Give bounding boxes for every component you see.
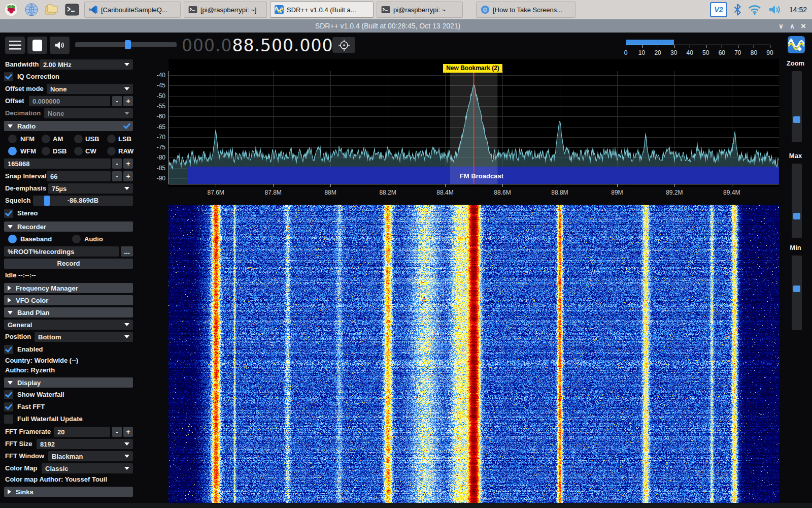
record-button[interactable]: Record	[4, 259, 133, 269]
display-section-header[interactable]: Display	[4, 377, 133, 388]
minimize-button[interactable]: ∨	[775, 21, 787, 31]
fft-spectrum-plot[interactable]	[168, 59, 779, 187]
vfo-bandwidth-input[interactable]: 165868	[4, 158, 111, 169]
show-waterfall-label: Show Waterfall	[17, 390, 64, 400]
taskbar-task-vscode[interactable]: [CaribouliteSampleQ...	[84, 2, 181, 18]
deemphasis-combo[interactable]: 75µs	[48, 183, 133, 194]
max-slider-label: Max	[779, 152, 812, 160]
fast-fft-checkbox[interactable]	[4, 402, 13, 411]
terminal-icon	[188, 6, 197, 14]
frequency-display[interactable]: 000.088.500.000	[182, 36, 333, 55]
offset-input[interactable]: 0.000000	[29, 96, 110, 106]
show-waterfall-checkbox[interactable]	[4, 390, 13, 399]
web-browser-launcher[interactable]	[22, 2, 41, 18]
vfo-bandwidth-plus-button[interactable]: +	[123, 158, 133, 169]
radio-section-header[interactable]: Radio	[4, 121, 133, 131]
recording-path-value: %ROOT%/recordings	[8, 248, 74, 256]
bookmark-tag[interactable]: New Bookmark (2)	[443, 64, 502, 73]
fft-framerate-input[interactable]: 20	[54, 427, 110, 437]
volume-tray-icon[interactable]	[768, 4, 783, 16]
recorder-section-header[interactable]: Recorder	[4, 221, 133, 232]
volume-slider[interactable]	[75, 42, 177, 47]
stereo-checkbox[interactable]	[4, 209, 13, 218]
fft-size-combo[interactable]: 8192	[37, 439, 133, 449]
fast-fft-label: Fast FFT	[17, 402, 45, 412]
terminal-launcher[interactable]	[63, 2, 81, 18]
browse-button[interactable]: ...	[121, 246, 133, 257]
window-bottom-edge	[0, 503, 812, 508]
snap-plus-button[interactable]: +	[123, 171, 133, 181]
maximize-button[interactable]: ∧	[787, 21, 798, 31]
max-slider-handle[interactable]	[793, 213, 800, 219]
zoom-slider-handle[interactable]	[793, 116, 800, 123]
fft-window-combo[interactable]: Blackman	[48, 451, 133, 461]
decimation-combo[interactable]: None	[44, 108, 133, 118]
frequency-manager-title: Frequency Manager	[16, 284, 78, 292]
radio-enabled-checkbox[interactable]	[122, 121, 131, 131]
offset-mode-combo[interactable]: None	[47, 84, 133, 94]
iq-correction-checkbox[interactable]	[4, 72, 13, 81]
tuning-mode-button[interactable]	[332, 37, 355, 53]
fft-db-label: -50	[145, 92, 165, 100]
mode-am-radio[interactable]	[42, 135, 50, 143]
mode-dsb-radio[interactable]	[42, 147, 50, 155]
mode-raw-radio[interactable]	[107, 147, 116, 155]
band-plan-combo[interactable]: General	[4, 320, 133, 330]
vfo-bandwidth-minus-button[interactable]: -	[112, 158, 122, 169]
vnc-tray-icon[interactable]: V2	[710, 2, 727, 17]
position-value: Bottom	[38, 333, 61, 341]
color-map-combo[interactable]: Classic	[42, 463, 133, 473]
mode-usb-radio[interactable]	[74, 135, 83, 143]
mode-wfm-radio[interactable]	[8, 147, 17, 155]
band-plan-enabled-checkbox[interactable]	[4, 345, 13, 354]
taskbar-task-chromium[interactable]: [How to Take Screens...	[476, 2, 576, 18]
min-slider-handle[interactable]	[793, 285, 800, 292]
snap-minus-button[interactable]: -	[112, 171, 122, 181]
fft-db-label: -70	[145, 134, 165, 141]
mode-lsb-label: LSB	[118, 134, 131, 144]
chevron-down-icon	[8, 381, 13, 385]
raspberry-menu-button[interactable]	[2, 2, 20, 18]
band-plan-section-header[interactable]: Band Plan	[4, 307, 133, 318]
menu-button[interactable]	[5, 37, 25, 54]
taskbar-task-terminal-1[interactable]: [pi@raspberrypi: ~]	[184, 2, 267, 18]
window-titlebar[interactable]: SDR++ v1.0.4 (Built at 00:28:45, Oct 13 …	[0, 19, 812, 33]
volume-slider-handle[interactable]	[125, 40, 131, 49]
taskbar-task-terminal-2[interactable]: pi@raspberrypi: ~	[377, 2, 463, 18]
fft-freq-label: 87.6M	[202, 189, 229, 196]
audio-radio[interactable]	[72, 235, 81, 243]
file-manager-launcher[interactable]	[43, 2, 61, 18]
bluetooth-icon[interactable]	[733, 4, 741, 16]
close-button[interactable]: ✕	[798, 21, 809, 31]
mute-button[interactable]	[50, 37, 70, 54]
raspberry-icon	[4, 3, 18, 17]
zoom-slider[interactable]	[792, 71, 802, 142]
recording-path-input[interactable]: %ROOT%/recordings	[4, 246, 119, 257]
stop-button[interactable]	[27, 37, 47, 54]
frequency-manager-section-header[interactable]: Frequency Manager	[4, 283, 133, 293]
squelch-slider[interactable]: -86.869dB	[33, 196, 133, 206]
dropdown-arrow-icon	[124, 455, 129, 458]
mode-nfm-radio[interactable]	[8, 135, 17, 143]
full-waterfall-update-checkbox[interactable]	[4, 415, 13, 424]
sinks-section-header[interactable]: Sinks	[4, 487, 133, 497]
mode-lsb-radio[interactable]	[107, 135, 116, 143]
vfo-color-section-header[interactable]: VFO Color	[4, 295, 133, 305]
zoom-slider-label: Zoom	[779, 59, 812, 67]
waterfall-display[interactable]	[168, 205, 779, 503]
baseband-radio[interactable]	[8, 235, 17, 243]
max-slider[interactable]	[792, 164, 802, 238]
position-combo[interactable]: Bottom	[35, 332, 133, 342]
wifi-icon[interactable]	[748, 4, 762, 16]
min-slider[interactable]	[792, 256, 802, 330]
snr-tick	[770, 45, 770, 48]
offset-plus-button[interactable]: +	[123, 96, 133, 106]
fft-framerate-minus-button[interactable]: -	[112, 427, 122, 437]
taskbar-task-sdrpp[interactable]: SDR++ v1.0.4 (Built a...	[270, 2, 374, 18]
snap-interval-input[interactable]: 66	[47, 171, 111, 181]
offset-minus-button[interactable]: -	[112, 96, 122, 106]
bandwidth-combo[interactable]: 2.00 MHz	[40, 59, 133, 70]
mode-cw-radio[interactable]	[74, 147, 83, 155]
fft-framerate-plus-button[interactable]: +	[123, 427, 133, 437]
hamburger-icon	[9, 41, 21, 50]
